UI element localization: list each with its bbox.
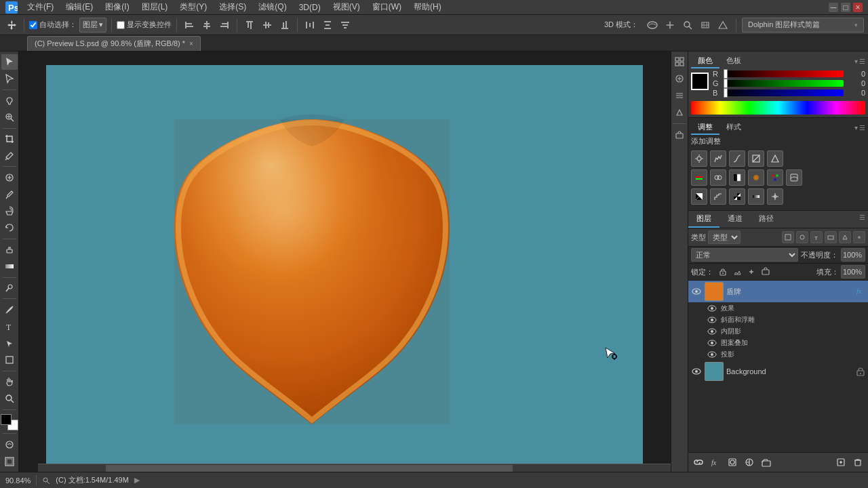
more-options[interactable] xyxy=(338,18,353,33)
menu-3d[interactable]: 3D(D) xyxy=(294,1,326,14)
type-tool[interactable]: T xyxy=(1,319,18,334)
filter-smart-icon[interactable] xyxy=(839,231,851,243)
menu-filter[interactable]: 滤镜(Q) xyxy=(253,0,292,14)
right-icon-panel3[interactable] xyxy=(672,88,687,103)
layer-vis-shield[interactable] xyxy=(691,286,702,297)
zoom-tool[interactable] xyxy=(1,391,18,407)
layer-style-dropdown[interactable]: Dolphin 图层样式简篇 ▾ xyxy=(742,18,864,33)
color-panel-collapse[interactable]: ▾ xyxy=(854,58,858,65)
lasso-tool[interactable] xyxy=(1,93,18,108)
filter-shape-icon[interactable] xyxy=(825,231,837,243)
close-button[interactable]: × xyxy=(853,3,863,12)
adj-vibrance[interactable] xyxy=(767,150,783,167)
adj-exposure[interactable] xyxy=(748,150,764,167)
layer-shield[interactable]: 盾牌 fx xyxy=(688,281,868,303)
document-tab[interactable]: (C) Preview LS.psd @ 90.8% (盾牌, RGB/8) *… xyxy=(27,36,201,51)
align-right[interactable] xyxy=(217,18,232,33)
maximize-button[interactable]: □ xyxy=(841,3,850,12)
right-icon-panel2[interactable] xyxy=(672,71,687,86)
quick-select-tool[interactable] xyxy=(1,110,18,125)
eraser-tool[interactable] xyxy=(1,242,18,258)
adj-threshold[interactable] xyxy=(729,188,745,205)
blend-mode-select[interactable]: 正常 xyxy=(691,248,798,262)
filter-pixel-icon[interactable] xyxy=(782,231,794,243)
3d-slide[interactable] xyxy=(715,18,730,33)
menu-image[interactable]: 图像(I) xyxy=(100,0,134,14)
lock-position[interactable] xyxy=(745,266,757,278)
filter-toggle[interactable]: ● xyxy=(853,231,865,243)
align-center-v[interactable] xyxy=(260,18,275,33)
menu-help[interactable]: 帮助(H) xyxy=(408,0,447,14)
menu-edit[interactable]: 编辑(E) xyxy=(60,0,98,14)
menu-file[interactable]: 文件(F) xyxy=(22,0,59,14)
brush-tool[interactable] xyxy=(1,186,18,202)
doc-arrow[interactable]: ▶ xyxy=(134,476,140,485)
move-tool[interactable] xyxy=(4,18,19,33)
layer-fx-button[interactable]: fx xyxy=(708,455,723,470)
clone-stamp-tool[interactable] xyxy=(1,203,18,219)
effect-vis-dropshadow[interactable] xyxy=(707,350,717,359)
styles-tab[interactable]: 样式 xyxy=(719,121,748,135)
screen-mode-button[interactable] xyxy=(1,453,18,469)
green-thumb[interactable] xyxy=(724,79,728,88)
opacity-input[interactable] xyxy=(841,248,865,262)
align-bottom[interactable] xyxy=(277,18,292,33)
effect-vis-bevel[interactable] xyxy=(707,315,717,325)
effect-row-inner-shadow[interactable]: 内阴影 xyxy=(688,326,868,338)
tab-close-button[interactable]: × xyxy=(189,40,193,47)
show-transform-check[interactable]: 显示变换控件 xyxy=(117,20,172,30)
spot-healing-tool[interactable] xyxy=(1,169,18,185)
gradient-tool[interactable] xyxy=(1,259,18,274)
effect-row-main[interactable]: 效果 xyxy=(688,303,868,314)
adj-channel-mixer[interactable] xyxy=(767,169,783,186)
right-icon-panel4[interactable] xyxy=(672,105,687,120)
color-tab[interactable]: 颜色 xyxy=(691,54,719,68)
effect-row-bevel[interactable]: 斜面和浮雕 xyxy=(688,314,868,326)
adj-posterize[interactable] xyxy=(710,188,726,205)
eyedropper-tool[interactable] xyxy=(1,148,18,163)
adj-curves[interactable] xyxy=(729,150,745,167)
align-top[interactable] xyxy=(242,18,257,33)
fill-input[interactable] xyxy=(841,265,865,279)
swatches-tab[interactable]: 色板 xyxy=(719,54,748,68)
minimize-button[interactable]: ─ xyxy=(829,3,838,12)
auto-select-checkbox[interactable] xyxy=(29,21,37,29)
layer-adj-button[interactable] xyxy=(742,455,757,470)
align-left[interactable] xyxy=(182,18,197,33)
lock-pixels[interactable] xyxy=(717,266,729,278)
filter-type-icon[interactable]: T xyxy=(810,231,823,243)
layer-type-filter[interactable]: 类型 xyxy=(708,230,741,244)
horizontal-scrollbar[interactable] xyxy=(38,464,677,472)
zoom-fit-icon[interactable] xyxy=(42,476,50,485)
red-slider[interactable] xyxy=(724,70,844,77)
adj-photo-filter[interactable] xyxy=(748,169,764,186)
layer-delete-button[interactable] xyxy=(850,455,865,470)
layers-tab[interactable]: 图层 xyxy=(688,211,719,228)
horizontal-scroll-thumb[interactable] xyxy=(106,465,513,472)
adj-color-balance[interactable] xyxy=(710,169,726,186)
adj-panel-menu[interactable]: ☰ xyxy=(859,124,865,131)
auto-select-check[interactable]: 自动选择： xyxy=(29,20,77,30)
red-thumb[interactable] xyxy=(724,69,728,79)
dodge-tool[interactable] xyxy=(1,280,18,296)
3d-dolly[interactable] xyxy=(698,18,713,33)
show-transform-checkbox[interactable] xyxy=(117,21,125,29)
lock-image[interactable] xyxy=(731,266,743,278)
effect-row-pattern[interactable]: 图案叠加 xyxy=(688,338,868,349)
menu-select[interactable]: 选择(S) xyxy=(214,0,252,14)
zoom-controls[interactable] xyxy=(42,476,50,485)
filter-adjust-icon[interactable] xyxy=(796,231,808,243)
history-brush-tool[interactable] xyxy=(1,220,18,236)
menu-type[interactable]: 类型(Y) xyxy=(174,0,212,14)
right-icon-panel1[interactable] xyxy=(672,54,687,69)
color-panel-menu[interactable]: ☰ xyxy=(859,58,865,65)
menu-window[interactable]: 窗口(W) xyxy=(367,0,407,14)
adj-hsl[interactable] xyxy=(691,169,707,186)
hand-tool[interactable] xyxy=(1,374,18,390)
layer-mask-button[interactable] xyxy=(725,455,740,470)
adj-gradient-map[interactable] xyxy=(748,188,764,205)
pen-tool[interactable] xyxy=(1,302,18,317)
blue-thumb[interactable] xyxy=(724,88,728,98)
layer-background[interactable]: Background xyxy=(688,361,868,383)
quick-mask-tool[interactable] xyxy=(1,436,18,452)
